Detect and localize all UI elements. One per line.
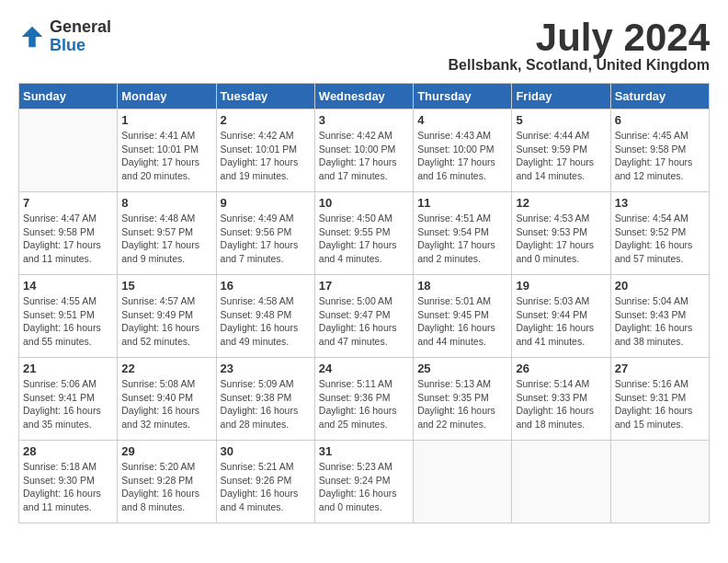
day-number: 8	[121, 196, 211, 210]
day-number: 3	[319, 113, 409, 127]
day-info: Sunrise: 4:48 AM Sunset: 9:57 PM Dayligh…	[121, 212, 211, 266]
calendar-cell: 12Sunrise: 4:53 AM Sunset: 9:53 PM Dayli…	[512, 192, 610, 275]
day-number: 7	[23, 196, 113, 210]
day-number: 15	[121, 279, 211, 293]
day-info: Sunrise: 5:11 AM Sunset: 9:36 PM Dayligh…	[319, 377, 409, 431]
day-number: 12	[516, 196, 606, 210]
calendar-cell: 3Sunrise: 4:42 AM Sunset: 10:00 PM Dayli…	[314, 109, 413, 192]
day-number: 22	[121, 362, 211, 375]
calendar-day-header: Sunday	[19, 84, 118, 109]
day-number: 17	[319, 279, 409, 293]
calendar-cell: 15Sunrise: 4:57 AM Sunset: 9:49 PM Dayli…	[118, 275, 216, 358]
day-number: 2	[221, 113, 311, 127]
day-number: 4	[417, 113, 507, 127]
calendar-cell: 13Sunrise: 4:54 AM Sunset: 9:52 PM Dayli…	[610, 192, 709, 275]
calendar-cell: 21Sunrise: 5:06 AM Sunset: 9:41 PM Dayli…	[19, 358, 118, 441]
calendar-cell: 16Sunrise: 4:58 AM Sunset: 9:48 PM Dayli…	[216, 275, 314, 358]
calendar-table: SundayMondayTuesdayWednesdayThursdayFrid…	[18, 83, 710, 523]
day-info: Sunrise: 4:58 AM Sunset: 9:48 PM Dayligh…	[221, 294, 311, 349]
day-info: Sunrise: 4:41 AM Sunset: 10:01 PM Daylig…	[121, 129, 211, 183]
day-number: 23	[221, 362, 311, 375]
calendar-cell: 25Sunrise: 5:13 AM Sunset: 9:35 PM Dayli…	[414, 358, 512, 441]
calendar-week-row: 14Sunrise: 4:55 AM Sunset: 9:51 PM Dayli…	[19, 275, 710, 358]
day-number: 27	[615, 362, 705, 375]
calendar-cell	[414, 441, 512, 523]
calendar-cell: 30Sunrise: 5:21 AM Sunset: 9:26 PM Dayli…	[216, 441, 314, 523]
calendar-cell: 23Sunrise: 5:09 AM Sunset: 9:38 PM Dayli…	[216, 358, 314, 441]
calendar-cell: 27Sunrise: 5:16 AM Sunset: 9:31 PM Dayli…	[610, 358, 709, 441]
day-info: Sunrise: 5:03 AM Sunset: 9:44 PM Dayligh…	[516, 294, 606, 349]
page-title: July 2024	[449, 18, 710, 57]
day-info: Sunrise: 5:23 AM Sunset: 9:24 PM Dayligh…	[319, 460, 409, 514]
calendar-cell: 20Sunrise: 5:04 AM Sunset: 9:43 PM Dayli…	[610, 275, 709, 358]
calendar-week-row: 7Sunrise: 4:47 AM Sunset: 9:58 PM Daylig…	[19, 192, 710, 275]
day-number: 9	[221, 196, 311, 210]
calendar-cell: 24Sunrise: 5:11 AM Sunset: 9:36 PM Dayli…	[314, 358, 413, 441]
calendar-cell: 5Sunrise: 4:44 AM Sunset: 9:59 PM Daylig…	[512, 109, 610, 192]
day-info: Sunrise: 4:55 AM Sunset: 9:51 PM Dayligh…	[23, 294, 113, 349]
calendar-cell: 10Sunrise: 4:50 AM Sunset: 9:55 PM Dayli…	[314, 192, 413, 275]
day-number: 10	[319, 196, 409, 210]
calendar-cell: 11Sunrise: 4:51 AM Sunset: 9:54 PM Dayli…	[414, 192, 512, 275]
logo-blue-text: Blue	[50, 37, 111, 55]
calendar-cell: 18Sunrise: 5:01 AM Sunset: 9:45 PM Dayli…	[414, 275, 512, 358]
calendar-cell: 2Sunrise: 4:42 AM Sunset: 10:01 PM Dayli…	[216, 109, 314, 192]
calendar-header-row: SundayMondayTuesdayWednesdayThursdayFrid…	[19, 84, 710, 109]
day-info: Sunrise: 5:21 AM Sunset: 9:26 PM Dayligh…	[221, 460, 311, 514]
logo-icon	[18, 23, 46, 51]
calendar-cell: 1Sunrise: 4:41 AM Sunset: 10:01 PM Dayli…	[118, 109, 216, 192]
day-info: Sunrise: 4:42 AM Sunset: 10:01 PM Daylig…	[221, 129, 311, 183]
calendar-week-row: 28Sunrise: 5:18 AM Sunset: 9:30 PM Dayli…	[19, 441, 710, 523]
day-number: 28	[23, 444, 113, 458]
day-number: 26	[516, 362, 606, 375]
day-number: 14	[23, 279, 113, 293]
page-subtitle: Bellsbank, Scotland, United Kingdom	[449, 57, 710, 74]
day-info: Sunrise: 5:13 AM Sunset: 9:35 PM Dayligh…	[417, 377, 507, 431]
day-number: 29	[121, 444, 211, 458]
day-number: 20	[615, 279, 705, 293]
calendar-day-header: Saturday	[610, 84, 709, 109]
day-number: 5	[516, 113, 606, 127]
title-block: July 2024 Bellsbank, Scotland, United Ki…	[449, 18, 710, 74]
calendar-week-row: 21Sunrise: 5:06 AM Sunset: 9:41 PM Dayli…	[19, 358, 710, 441]
calendar-cell: 26Sunrise: 5:14 AM Sunset: 9:33 PM Dayli…	[512, 358, 610, 441]
calendar-cell	[19, 109, 118, 192]
day-info: Sunrise: 5:09 AM Sunset: 9:38 PM Dayligh…	[221, 377, 311, 431]
calendar-cell: 6Sunrise: 4:45 AM Sunset: 9:58 PM Daylig…	[610, 109, 709, 192]
calendar-day-header: Tuesday	[216, 84, 314, 109]
day-info: Sunrise: 4:51 AM Sunset: 9:54 PM Dayligh…	[417, 212, 507, 266]
calendar-day-header: Monday	[118, 84, 216, 109]
calendar-cell	[512, 441, 610, 523]
day-info: Sunrise: 5:00 AM Sunset: 9:47 PM Dayligh…	[319, 294, 409, 349]
calendar-day-header: Thursday	[414, 84, 512, 109]
day-info: Sunrise: 5:04 AM Sunset: 9:43 PM Dayligh…	[615, 294, 705, 349]
calendar-cell: 17Sunrise: 5:00 AM Sunset: 9:47 PM Dayli…	[314, 275, 413, 358]
calendar-cell: 14Sunrise: 4:55 AM Sunset: 9:51 PM Dayli…	[19, 275, 118, 358]
calendar-cell: 9Sunrise: 4:49 AM Sunset: 9:56 PM Daylig…	[216, 192, 314, 275]
day-info: Sunrise: 5:20 AM Sunset: 9:28 PM Dayligh…	[121, 460, 211, 514]
calendar-cell: 19Sunrise: 5:03 AM Sunset: 9:44 PM Dayli…	[512, 275, 610, 358]
day-info: Sunrise: 4:42 AM Sunset: 10:00 PM Daylig…	[319, 129, 409, 183]
day-number: 31	[319, 444, 409, 458]
calendar-cell: 4Sunrise: 4:43 AM Sunset: 10:00 PM Dayli…	[414, 109, 512, 192]
day-info: Sunrise: 4:53 AM Sunset: 9:53 PM Dayligh…	[516, 212, 606, 266]
day-number: 25	[417, 362, 507, 375]
calendar-day-header: Wednesday	[314, 84, 413, 109]
day-info: Sunrise: 4:57 AM Sunset: 9:49 PM Dayligh…	[121, 294, 211, 349]
page-header: General Blue July 2024 Bellsbank, Scotla…	[18, 18, 710, 74]
day-number: 1	[121, 113, 211, 127]
day-number: 16	[221, 279, 311, 293]
day-number: 13	[615, 196, 705, 210]
calendar-cell: 28Sunrise: 5:18 AM Sunset: 9:30 PM Dayli…	[19, 441, 118, 523]
svg-marker-0	[22, 27, 43, 48]
day-info: Sunrise: 5:08 AM Sunset: 9:40 PM Dayligh…	[121, 377, 211, 431]
calendar-cell	[610, 441, 709, 523]
logo-general-text: General	[50, 18, 111, 37]
day-info: Sunrise: 4:44 AM Sunset: 9:59 PM Dayligh…	[516, 129, 606, 183]
calendar-cell: 22Sunrise: 5:08 AM Sunset: 9:40 PM Dayli…	[118, 358, 216, 441]
calendar-cell: 7Sunrise: 4:47 AM Sunset: 9:58 PM Daylig…	[19, 192, 118, 275]
day-info: Sunrise: 4:49 AM Sunset: 9:56 PM Dayligh…	[221, 212, 311, 266]
day-number: 24	[319, 362, 409, 375]
day-info: Sunrise: 5:16 AM Sunset: 9:31 PM Dayligh…	[615, 377, 705, 431]
day-number: 30	[221, 444, 311, 458]
